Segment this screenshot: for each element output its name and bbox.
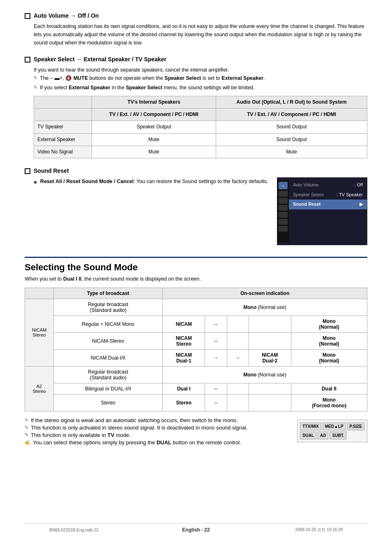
sound-table-row: Regular + NICAM Mono NICAM ↔ Mono(Normal… [25, 316, 367, 332]
c1: Stereo [163, 394, 205, 411]
remote-mockup: TTX/MIX MED▲LP P.SIZE DUAL AD SUBT. [297, 420, 367, 442]
sound-reset-text: ■ Reset All / Reset Sound Mode / Cancel:… [34, 177, 269, 189]
note-text-b2: This function is only activated in stere… [31, 425, 248, 431]
tv-menu-arrow: ▶ [360, 201, 363, 208]
speaker-select-title: Speaker Select → External Speaker / TV S… [34, 56, 166, 63]
row-type: NICAM-Stereo [54, 332, 163, 349]
sound-table-row: NICAM-Stereo NICAMStereo ↔ Mono(Normal) [25, 332, 367, 349]
tv-menu-key-speaker: Speaker Select [293, 191, 324, 199]
sound-reset-section: Sound Reset ■ Reset All / Reset Sound Mo… [25, 167, 367, 245]
sound-table-row: A2Stereo Regular broadcast(Standard audi… [25, 366, 367, 383]
tv-menu-key-autovol: Auto Volume [293, 181, 318, 189]
row-type: Bilingual or DUAL-I/II [54, 383, 163, 394]
arrow1: ↔ [205, 332, 227, 349]
c3: Mono(Normal) [291, 316, 367, 332]
remote-btn-ttx: TTX/MIX [300, 423, 321, 430]
remote-btn-subt: SUBT. [330, 432, 346, 439]
remote-btn-dual: DUAL [300, 432, 316, 439]
speaker-select-body: If you want to hear the sound through se… [34, 66, 367, 74]
remote-btn-med: MED▲LP [323, 423, 346, 430]
c3: Mono(Normal) [291, 332, 367, 349]
row-indication: Mono (Normal use) [163, 299, 367, 316]
row-label: TV Speaker [34, 121, 92, 133]
c3: Mono(Forced mono) [291, 394, 367, 411]
c1: NICAMStereo [163, 332, 205, 349]
auto-volume-body: Each broadcasting station has its own si… [34, 22, 367, 47]
table-col2-header: Audio Out (Optical, L / R Out) to Sound … [216, 96, 367, 109]
note-icon-b4: ✍ [25, 440, 30, 445]
auto-volume-title: Auto Volume → Off / On [34, 12, 99, 19]
remote-wrapper: TTX/MIX MED▲LP P.SIZE DUAL AD SUBT. [297, 420, 367, 442]
row-c1: Speaker Output [92, 121, 216, 133]
row-c1: Mute [92, 146, 216, 158]
sound-table-row: NICAMStereo Regular broadcast(Standard a… [25, 299, 367, 316]
c2 [249, 383, 291, 394]
note-text-b4: You can select these options simply by p… [33, 439, 241, 446]
arrow2: → [227, 349, 249, 366]
row-label: External Speaker [34, 133, 92, 146]
remote-buttons: TTX/MIX MED▲LP P.SIZE DUAL AD SUBT. [300, 423, 364, 439]
tv-menu-row-speaker: Speaker Select : TV Speaker [289, 190, 367, 200]
group-label: A2Stereo [25, 366, 54, 411]
row-c1: Mute [92, 133, 216, 146]
row-type: Regular broadcast(Standard audio) [54, 366, 163, 383]
c1: NICAM [163, 316, 205, 332]
c1: Dual I [163, 383, 205, 394]
note-icon-b2: ✎ [25, 425, 28, 430]
row-label: Video No Signal [34, 146, 92, 158]
note-bottom-4: ✍ You can select these options simply by… [25, 439, 289, 446]
auto-volume-section: Auto Volume → Off / On Each broadcasting… [25, 12, 367, 47]
table-empty-sub [34, 109, 92, 121]
c2-empty [227, 316, 249, 332]
row-c2: Mute [216, 146, 367, 158]
row-type: NICAM Dual-I/II [54, 349, 163, 366]
selecting-sound-section: Selecting the Sound Mode When you set to… [25, 262, 367, 447]
arrow1: ↔ [205, 316, 227, 332]
arrow1: ↔ [205, 394, 227, 411]
sound-col-empty [25, 288, 54, 299]
main-heading: Selecting the Sound Mode [25, 262, 367, 273]
sound-col-type: Type of broadcast [54, 288, 163, 299]
section-divider [25, 257, 367, 258]
footer-center: English - 22 [182, 527, 210, 533]
c2 [249, 394, 291, 411]
note-bottom-1: ✎ If the stereo signal is weak and an au… [25, 417, 289, 423]
menu-icon-3 [279, 205, 288, 211]
speaker-select-section: Speaker Select → External Speaker / TV S… [25, 56, 367, 158]
speaker-table: TV's Internal Speakers Audio Out (Optica… [34, 96, 367, 158]
sound-table-row: Bilingual or DUAL-I/II Dual I ↔ Dual II [25, 383, 367, 394]
note-text-b3: This function is only available in TV mo… [31, 432, 131, 438]
footer: BN68-02331B-Eng.indb 22 English - 22 200… [25, 523, 367, 533]
intro-text: When you set to Dual I II, the current s… [25, 276, 367, 282]
checkbox-icon-3 [25, 168, 30, 174]
table-row: External SpeakerMuteSound Output [34, 133, 367, 146]
bottom-section-wrapper: ✎ If the stereo signal is weak and an au… [25, 417, 367, 447]
c3: Dual II [291, 383, 367, 394]
sound-reset-title: Sound Reset [34, 167, 69, 174]
menu-icon-1 [279, 191, 288, 197]
row-type: Regular broadcast(Standard audio) [54, 299, 163, 316]
checkbox-icon [25, 13, 30, 19]
table-col2-sub: TV / Ext. / AV / Component / PC / HDMI [216, 109, 367, 121]
bottom-notes: ✎ If the stereo signal is weak and an au… [25, 417, 289, 447]
tv-menu-left-icons: ♪ [277, 180, 289, 242]
sound-mode-table: Type of broadcast On-screen indication N… [25, 288, 367, 411]
tv-menu-row-soundreset: Sound Reset ▶ [289, 200, 367, 209]
menu-icon-6 [279, 226, 288, 232]
table-col1-header: TV's Internal Speakers [92, 96, 216, 109]
c2: NICAMDual-2 [249, 349, 291, 366]
bullet-icon: ■ [34, 178, 37, 187]
note-line-2: ✎ If you select External Speaker in the … [34, 84, 367, 92]
c2 [249, 316, 291, 332]
tv-menu-mockup: ♪ Auto Volume : Off Speaker Select [277, 177, 367, 245]
note-icon-b1: ✎ [25, 418, 28, 423]
note-bottom-3: ✎ This function is only available in TV … [25, 432, 289, 438]
tv-menu-empty-space [289, 209, 367, 242]
note-bottom-2: ✎ This function is only activated in ste… [25, 425, 289, 431]
menu-icon-5 [279, 219, 288, 225]
c2 [249, 332, 291, 349]
tv-menu-val-speaker: : TV Speaker [337, 191, 363, 199]
row-c2: Sound Output [216, 121, 367, 133]
row-indication: Mono (Normal use) [163, 366, 367, 383]
row-type: Regular + NICAM Mono [54, 316, 163, 332]
